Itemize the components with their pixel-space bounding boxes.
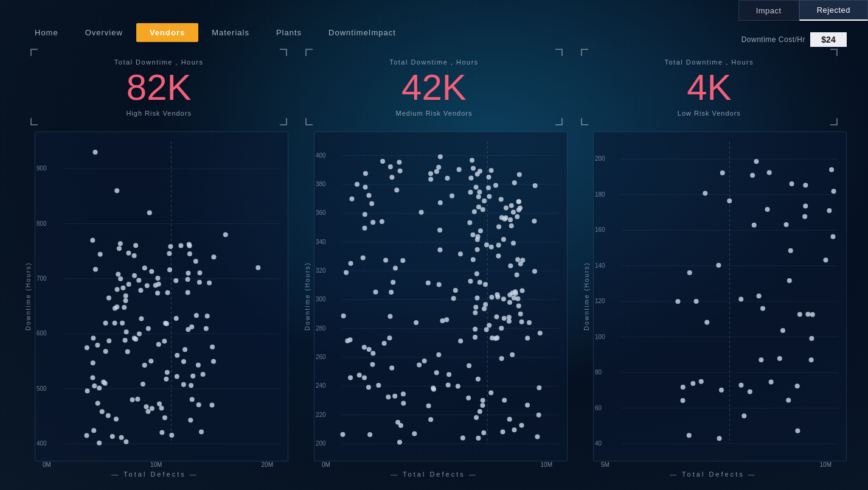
kpi-high-subtitle: High Risk Vendors (21, 110, 296, 125)
kpi-low-title: Total Downtime , Hours (572, 49, 847, 66)
x-axis-high: 0M 10M 20M (21, 461, 288, 468)
impact-button[interactable]: Impact (738, 0, 799, 21)
kpi-low-subtitle: Low Risk Vendors (572, 110, 847, 125)
nav-overview[interactable]: Overview (72, 23, 136, 42)
nav-materials[interactable]: Materials (198, 23, 263, 42)
x-label-med: — Total Defects — (391, 471, 477, 478)
kpi-high-title: Total Downtime , Hours (21, 49, 296, 66)
scatter-low (593, 131, 847, 461)
scatter-med (314, 131, 568, 461)
kpi-high-risk: Total Downtime , Hours 82K High Risk Ven… (21, 49, 296, 125)
nav-vendors[interactable]: Vendors (136, 23, 198, 42)
top-bar: Impact Rejected (738, 0, 868, 21)
chart-low-risk: Downtime (Hours) 5M 10M — Total Defects … (580, 131, 847, 478)
y-axis-low: Downtime (Hours) (580, 131, 593, 461)
y-axis-high: Downtime (Hours) (21, 131, 35, 461)
cost-label: Downtime Cost/Hr (741, 35, 805, 44)
kpi-med-number: 42K (296, 69, 571, 106)
nav-home[interactable]: Home (21, 23, 72, 42)
chart-medium-risk: Downtime (Hours) 0M 10M — Total Defects … (300, 131, 568, 478)
kpi-high-number: 82K (21, 69, 296, 106)
rejected-button[interactable]: Rejected (799, 0, 868, 21)
charts-row: Downtime (Hours) 0M 10M 20M — Total Defe… (21, 131, 847, 478)
nav-downtime[interactable]: DowntimeImpact (315, 23, 409, 42)
cost-box: Downtime Cost/Hr $24 (741, 32, 847, 47)
scatter-high (35, 131, 288, 461)
cost-value: $24 (810, 32, 847, 47)
nav-plants[interactable]: Plants (263, 23, 315, 42)
kpi-medium-risk: Total Downtime , Hours 42K Medium Risk V… (296, 49, 571, 125)
y-axis-med: Downtime (Hours) (300, 131, 314, 461)
kpi-med-title: Total Downtime , Hours (296, 49, 571, 66)
x-label-low: — Total Defects — (670, 471, 757, 478)
x-label-high: — Total Defects — (111, 471, 198, 478)
x-axis-low: 5M 10M (580, 461, 847, 468)
chart-high-risk: Downtime (Hours) 0M 10M 20M — Total Defe… (21, 131, 288, 478)
kpi-low-number: 4K (572, 69, 847, 106)
main-content: Total Downtime , Hours 82K High Risk Ven… (21, 49, 847, 478)
kpi-row: Total Downtime , Hours 82K High Risk Ven… (21, 49, 847, 125)
kpi-med-subtitle: Medium Risk Vendors (296, 110, 571, 125)
kpi-low-risk: Total Downtime , Hours 4K Low Risk Vendo… (572, 49, 847, 125)
x-axis-med: 0M 10M (300, 461, 568, 468)
